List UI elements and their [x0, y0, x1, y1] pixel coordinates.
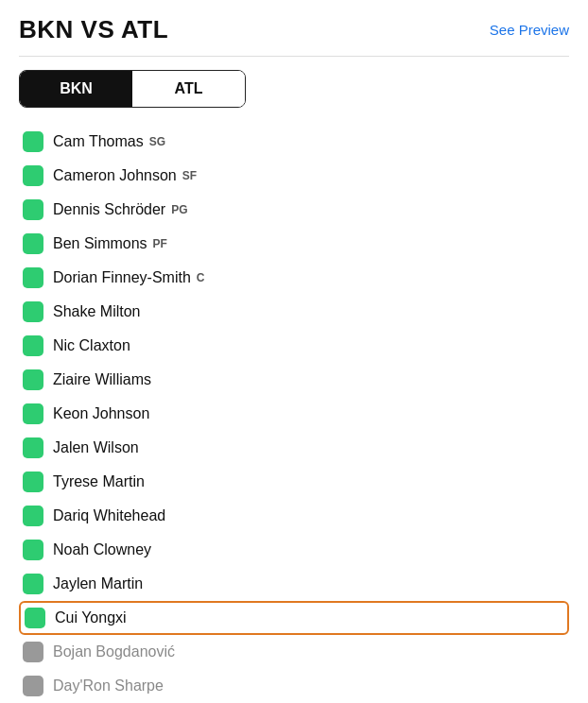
player-position: C: [197, 271, 205, 284]
player-status-box: [23, 165, 43, 186]
player-position: SG: [149, 135, 165, 148]
player-name: Dorian Finney-Smith: [53, 269, 191, 286]
player-item[interactable]: Cui Yongxi: [19, 601, 569, 635]
player-status-box: [23, 301, 43, 322]
player-status-box: [23, 437, 43, 458]
page-header: BKN VS ATL See Preview: [19, 15, 569, 57]
player-name: Nic Claxton: [53, 337, 130, 354]
player-item[interactable]: Dariq Whitehead: [19, 499, 569, 533]
player-name: Shake Milton: [53, 303, 141, 320]
player-status-box: [23, 506, 43, 526]
player-status-box: [23, 369, 43, 390]
player-item[interactable]: Dorian Finney-SmithC: [19, 261, 569, 295]
player-name: Bojan Bogdanović: [53, 643, 175, 660]
player-name: Cameron Johnson: [53, 167, 177, 184]
player-name: Ben Simmons: [53, 235, 147, 252]
player-status-box: [23, 676, 43, 696]
player-name: Dariq Whitehead: [53, 507, 165, 524]
player-status-box: [23, 131, 43, 152]
team-tabs: BKN ATL: [19, 70, 246, 108]
tab-bkn[interactable]: BKN: [20, 71, 132, 107]
player-status-box: [23, 403, 43, 424]
player-name: Dennis Schröder: [53, 201, 165, 218]
player-name: Noah Clowney: [53, 541, 151, 558]
player-item[interactable]: Jalen Wilson: [19, 431, 569, 465]
player-name: Ziaire Williams: [53, 371, 151, 388]
player-list: Cam ThomasSGCameron JohnsonSFDennis Schr…: [19, 125, 569, 703]
player-item[interactable]: Cam ThomasSG: [19, 125, 569, 159]
player-item[interactable]: Keon Johnson: [19, 397, 569, 431]
player-item[interactable]: Ben SimmonsPF: [19, 227, 569, 261]
player-name: Keon Johnson: [53, 405, 149, 422]
player-name: Cam Thomas: [53, 133, 144, 150]
player-status-box: [23, 335, 43, 356]
see-preview-link[interactable]: See Preview: [490, 22, 569, 38]
player-position: PF: [153, 237, 167, 250]
player-item[interactable]: Noah Clowney: [19, 533, 569, 567]
player-item[interactable]: Shake Milton: [19, 295, 569, 329]
player-name: Tyrese Martin: [53, 473, 145, 490]
player-status-box: [23, 540, 43, 560]
player-status-box: [25, 608, 45, 628]
player-status-box: [23, 472, 43, 492]
player-item[interactable]: Tyrese Martin: [19, 465, 569, 499]
page-title: BKN VS ATL: [19, 15, 168, 44]
player-status-box: [23, 199, 43, 220]
player-status-box: [23, 233, 43, 254]
player-name: Day'Ron Sharpe: [53, 677, 164, 694]
player-status-box: [23, 574, 43, 594]
player-item[interactable]: Ziaire Williams: [19, 363, 569, 397]
player-item[interactable]: Jaylen Martin: [19, 567, 569, 601]
player-position: SF: [182, 169, 197, 182]
player-name: Jaylen Martin: [53, 575, 143, 592]
player-item[interactable]: Dennis SchröderPG: [19, 193, 569, 227]
player-item[interactable]: Nic Claxton: [19, 329, 569, 363]
player-item[interactable]: Day'Ron Sharpe: [19, 669, 569, 703]
tab-atl[interactable]: ATL: [132, 71, 245, 107]
player-position: PG: [171, 203, 187, 216]
player-status-box: [23, 267, 43, 288]
player-status-box: [23, 642, 43, 662]
player-item[interactable]: Bojan Bogdanović: [19, 635, 569, 669]
player-name: Jalen Wilson: [53, 439, 139, 456]
player-item[interactable]: Cameron JohnsonSF: [19, 159, 569, 193]
player-name: Cui Yongxi: [55, 609, 127, 626]
